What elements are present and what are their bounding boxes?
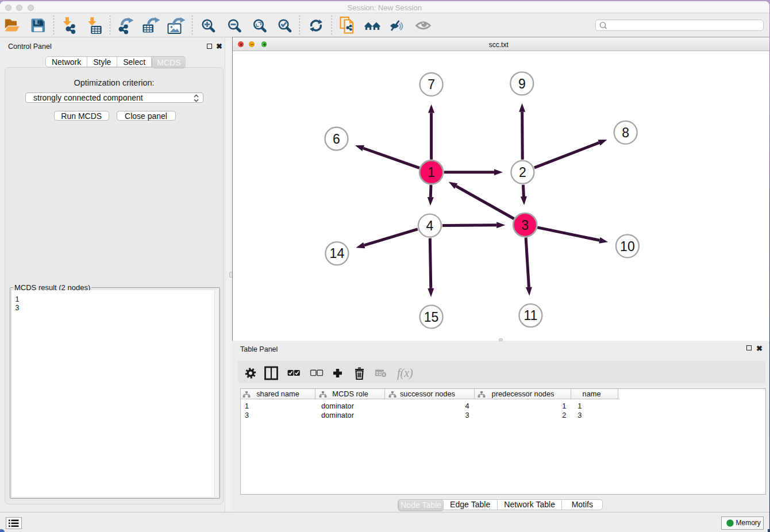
svg-text:3: 3 bbox=[521, 218, 529, 233]
svg-text:10: 10 bbox=[620, 239, 635, 254]
svg-text:1: 1 bbox=[428, 165, 435, 180]
svg-text:8: 8 bbox=[622, 125, 629, 140]
svg-text:9: 9 bbox=[518, 76, 526, 91]
svg-text:7: 7 bbox=[428, 77, 435, 92]
svg-text:f(x): f(x) bbox=[397, 367, 413, 380]
svg-text:6: 6 bbox=[333, 132, 340, 147]
svg-text:11: 11 bbox=[523, 308, 537, 323]
svg-text:14: 14 bbox=[330, 246, 345, 261]
svg-text:2: 2 bbox=[519, 165, 526, 180]
svg-text:15: 15 bbox=[424, 310, 439, 325]
svg-text:4: 4 bbox=[426, 218, 434, 233]
